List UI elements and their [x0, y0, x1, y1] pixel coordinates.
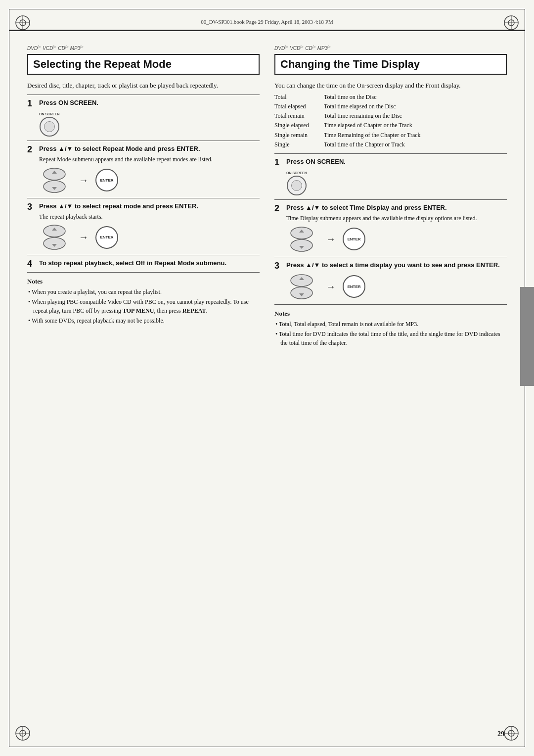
- divider-2: [27, 141, 260, 141]
- left-note-3: • With some DVDs, repeat playback may no…: [27, 316, 260, 325]
- left-step-1-number: 1: [27, 99, 36, 108]
- time-row-3: Single elapsed Time elapsed of Chapter o…: [274, 121, 507, 130]
- left-column: DVD▷ VCD▷ CD▷ MP3▷ Selecting the Repeat …: [27, 45, 260, 348]
- left-diagram-2: → ENTER: [37, 167, 260, 194]
- left-remote-svg-2: [37, 167, 72, 194]
- content-area: DVD▷ VCD▷ CD▷ MP3▷ Selecting the Repeat …: [27, 40, 507, 726]
- file-info: 00_DV-SP301.book Page 29 Friday, April 1…: [201, 19, 333, 25]
- time-col1-0: Total: [274, 93, 319, 102]
- left-section-title-box: Selecting the Repeat Mode: [27, 54, 260, 75]
- left-step-2: 2 Press ▲/▼ to select Repeat Mode and pr…: [27, 145, 260, 194]
- right-arrow-right-3: →: [326, 281, 336, 292]
- left-step-3-text: Press ▲/▼ to select repeat mode and pres…: [39, 202, 260, 210]
- corner-decoration-tl: [14, 14, 32, 32]
- left-step-2-header: 2 Press ▲/▼ to select Repeat Mode and pr…: [27, 145, 260, 154]
- right-step-1-number: 1: [274, 158, 283, 167]
- two-columns: DVD▷ VCD▷ CD▷ MP3▷ Selecting the Repeat …: [27, 45, 507, 348]
- time-row-2: Total remain Total time remaining on the…: [274, 111, 507, 121]
- left-note-1: • When you create a playlist, you can re…: [27, 287, 260, 296]
- right-diagram-3: → ENTER: [284, 273, 507, 300]
- right-divider-3: [274, 257, 507, 257]
- right-step-2-text: Press ▲/▼ to select Time Display and pre…: [286, 204, 507, 211]
- divider-4: [27, 255, 260, 255]
- left-step-4-number: 4: [27, 259, 36, 268]
- svg-point-22: [44, 237, 65, 249]
- corner-decoration-bl: [14, 724, 32, 742]
- svg-point-24: [291, 227, 312, 239]
- on-screen-inner-right: [291, 180, 302, 191]
- left-step-1-text: Press ON SCREEN.: [39, 99, 260, 106]
- time-col1-4: Single remain: [274, 131, 319, 140]
- right-enter-button-3: ENTER: [343, 275, 365, 298]
- right-enter-button-2: ENTER: [343, 228, 365, 250]
- left-step-1-header: 1 Press ON SCREEN.: [27, 99, 260, 108]
- right-remote-svg-2: [284, 226, 319, 253]
- on-screen-label-1: ON SCREEN: [39, 112, 60, 116]
- time-col2-0: Total time on the Disc: [324, 93, 507, 102]
- right-step-3-number: 3: [274, 261, 283, 270]
- on-screen-diagram-1: ON SCREEN: [39, 109, 260, 137]
- time-row-0: Total Total time on the Disc: [274, 93, 507, 102]
- time-row-5: Single Total time of the Chapter or Trac…: [274, 140, 507, 149]
- right-section-title: Changing the Time Display: [280, 58, 501, 71]
- right-step-1-header: 1 Press ON SCREEN.: [274, 158, 507, 167]
- time-col1-5: Single: [274, 140, 319, 149]
- right-divider-4: [274, 304, 507, 305]
- left-section-title: Selecting the Repeat Mode: [33, 58, 254, 71]
- page-number: 29: [497, 730, 504, 738]
- on-screen-label-right: ON SCREEN: [286, 171, 307, 175]
- right-diagram-2: → ENTER: [284, 226, 507, 253]
- left-step-3-desc: The repeat playback starts.: [39, 213, 260, 221]
- badge-mp3: MP3▷: [70, 45, 84, 51]
- right-badge-vcd: VCD▷: [290, 45, 303, 51]
- left-step-3-header: 3 Press ▲/▼ to select repeat mode and pr…: [27, 202, 260, 211]
- on-screen-inner-1: [44, 121, 55, 132]
- svg-point-16: [44, 168, 65, 180]
- time-col2-1: Total time elapsed on the Disc: [324, 102, 507, 111]
- right-format-badges: DVD▷ VCD▷ CD▷ MP3▷: [274, 45, 507, 51]
- svg-point-20: [44, 225, 65, 237]
- left-step-2-desc: Repeat Mode submenu appears and the avai…: [39, 155, 260, 164]
- right-section-title-box: Changing the Time Display: [274, 54, 507, 75]
- right-notes-title: Notes: [274, 310, 507, 318]
- right-badge-cd: CD▷: [305, 45, 315, 51]
- time-table: Total Total time on the Disc Total elaps…: [274, 93, 507, 149]
- on-screen-circle-right: [287, 176, 307, 195]
- right-step-2-header: 2 Press ▲/▼ to select Time Display and p…: [274, 204, 507, 213]
- divider-3: [27, 198, 260, 198]
- time-col2-5: Total time of the Chapter or Track: [324, 140, 507, 149]
- badge-cd: CD▷: [58, 45, 68, 51]
- svg-point-28: [291, 275, 312, 286]
- left-step-3: 3 Press ▲/▼ to select repeat mode and pr…: [27, 202, 260, 251]
- enter-button-3: ENTER: [95, 226, 118, 249]
- badge-dvd: DVD▷: [27, 45, 41, 51]
- left-step-2-text: Press ▲/▼ to select Repeat Mode and pres…: [39, 145, 260, 152]
- svg-point-30: [291, 287, 312, 299]
- left-notes-title: Notes: [27, 278, 260, 285]
- left-step-1: 1 Press ON SCREEN. ON SCREEN: [27, 99, 260, 137]
- corner-decoration-br: [502, 724, 520, 742]
- divider-5: [27, 272, 260, 273]
- right-divider-1: [274, 153, 507, 154]
- enter-button-2: ENTER: [95, 169, 118, 191]
- right-badge-dvd: DVD▷: [274, 45, 288, 51]
- top-line: [9, 30, 525, 31]
- time-col2-4: Time Remaining of the Chapter or Track: [324, 131, 507, 140]
- left-step-4-text: To stop repeat playback, select Off in R…: [39, 259, 260, 267]
- time-col2-2: Total time remaining on the Disc: [324, 111, 507, 121]
- badge-vcd: VCD▷: [43, 45, 56, 51]
- svg-point-18: [44, 181, 65, 192]
- right-step-3-header: 3 Press ▲/▼ to select a time display you…: [274, 261, 507, 270]
- time-col1-1: Total elapsed: [274, 102, 319, 111]
- on-screen-circle-1: [40, 117, 59, 137]
- left-notes: Notes • When you create a playlist, you …: [27, 278, 260, 325]
- time-row-4: Single remain Time Remaining of the Chap…: [274, 131, 507, 140]
- time-col1-2: Total remain: [274, 111, 319, 121]
- left-note-2: • When playing PBC-compatible Video CD w…: [27, 297, 260, 315]
- left-intro: Desired disc, title, chapter, track or p…: [27, 81, 260, 91]
- right-badge-mp3: MP3▷: [317, 45, 331, 51]
- left-step-3-number: 3: [27, 202, 36, 211]
- right-divider-2: [274, 199, 507, 200]
- on-screen-diagram-right-1: ON SCREEN: [286, 168, 507, 195]
- right-step-2-desc: Time Display submenu appears and the ava…: [286, 214, 507, 223]
